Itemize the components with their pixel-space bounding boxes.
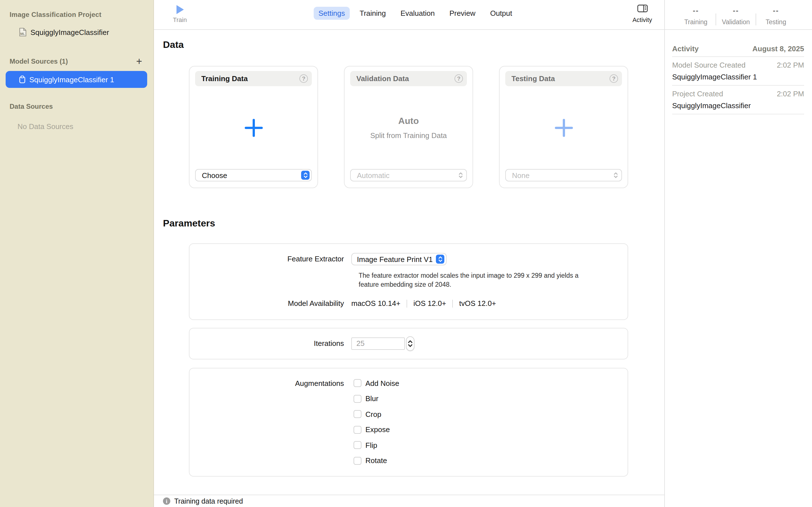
checkbox-blur[interactable]: [354, 395, 361, 403]
event-time: 2:02 PM: [777, 61, 804, 69]
svg-text:ML: ML: [20, 32, 25, 36]
tab-settings[interactable]: Settings: [313, 7, 350, 20]
availability-ios: iOS 12.0+: [413, 297, 446, 309]
training-data-title: Training Data: [201, 74, 248, 83]
checkbox-label: Crop: [365, 410, 381, 418]
feature-extractor-label: Feature Extractor: [190, 253, 344, 265]
validation-auto-label: Auto: [398, 116, 419, 126]
metrics-header: -- Training -- Validation -- Testing: [665, 0, 812, 30]
add-model-source-button[interactable]: +: [136, 57, 142, 65]
validation-data-info: Auto Split from Training Data: [350, 86, 467, 169]
augmentations-list: Add Noise Blur Crop Expose: [354, 376, 399, 468]
training-data-card-header: Training Data ?: [195, 71, 312, 86]
iterations-input[interactable]: 25: [351, 337, 405, 349]
settings-content: Data Training Data ? Choose: [154, 30, 664, 495]
augmentation-row: Blur: [354, 391, 399, 406]
testing-data-card: Testing Data ? None: [499, 66, 628, 188]
checkbox-expose[interactable]: [354, 426, 361, 434]
augmentations-box: Augmentations Add Noise Blur Crop: [189, 368, 628, 476]
augmentation-row: Crop: [354, 406, 399, 422]
divider: [672, 114, 804, 114]
metric-training-value: --: [676, 6, 716, 15]
train-button-label: Train: [167, 16, 193, 23]
testing-data-dropzone[interactable]: [505, 86, 622, 169]
feature-extractor-select[interactable]: Image Feature Print V1: [351, 253, 447, 265]
sidebar-item-project[interactable]: ML SquigglyImageClassifier: [19, 26, 148, 38]
activity-log-header: Activity August 8, 2025: [672, 45, 804, 53]
availability-macos: macOS 10.14+: [351, 297, 400, 309]
activity-panel-icon: [637, 4, 648, 12]
help-icon[interactable]: ?: [455, 74, 463, 83]
feature-extractor-box: Feature Extractor Image Feature Print V1…: [189, 243, 628, 320]
ml-document-icon: ML: [19, 27, 27, 37]
activity-event: Model Source Created 2:02 PM SquigglyIma…: [672, 61, 804, 81]
metric-training: -- Training: [676, 6, 716, 25]
training-data-dropzone[interactable]: [195, 86, 312, 169]
checkbox-add-noise[interactable]: [354, 379, 361, 387]
metric-testing: -- Testing: [756, 6, 796, 25]
stepper-chevrons-icon: [408, 339, 413, 348]
checkbox-flip[interactable]: [354, 441, 361, 449]
project-name-label: SquigglyImageClassifier: [31, 28, 109, 36]
activity-log: Activity August 8, 2025 Model Source Cre…: [665, 45, 812, 114]
event-label: Project Created: [672, 90, 723, 98]
checkbox-label: Flip: [365, 441, 377, 450]
training-data-card: Training Data ? Choose: [189, 66, 318, 188]
divider: [453, 299, 453, 307]
model-source-name: SquigglyImageClassifier 1: [29, 75, 114, 83]
checkbox-crop[interactable]: [354, 410, 361, 418]
divider: [672, 56, 804, 57]
augmentation-row: Add Noise: [354, 376, 399, 391]
parameters-section-title: Parameters: [163, 218, 664, 229]
feature-extractor-description: The feature extractor model scales the i…: [359, 272, 578, 289]
iterations-stepper[interactable]: [406, 336, 414, 351]
tab-training[interactable]: Training: [355, 7, 391, 20]
augmentation-row: Expose: [354, 422, 399, 438]
chevron-up-down-icon: [436, 255, 445, 264]
divider: [672, 85, 804, 86]
sidebar-item-model-source-selected[interactable]: SquigglyImageClassifier 1: [6, 71, 147, 88]
tab-preview[interactable]: Preview: [444, 7, 481, 20]
no-data-sources-label: No Data Sources: [17, 122, 153, 131]
activity-button[interactable]: Activity: [628, 4, 656, 23]
help-icon[interactable]: ?: [299, 74, 308, 83]
iterations-label: Iterations: [190, 337, 344, 349]
data-sources-label: Data Sources: [10, 103, 144, 110]
validation-data-card-header: Validation Data ?: [350, 71, 467, 86]
metric-validation-label: Validation: [716, 18, 756, 25]
training-data-dropdown[interactable]: Choose: [195, 169, 312, 181]
data-section-title: Data: [163, 40, 664, 51]
testing-data-card-header: Testing Data ?: [505, 71, 622, 86]
right-panel: -- Training -- Validation -- Testing Act…: [664, 0, 812, 507]
checkbox-label: Add Noise: [365, 379, 399, 388]
augmentation-row: Flip: [354, 438, 399, 453]
metric-validation-value: --: [716, 6, 756, 15]
event-name: SquigglyImageClassifier: [672, 101, 804, 110]
event-name: SquigglyImageClassifier 1: [672, 73, 804, 81]
main-area: Train Settings Training Evaluation Previ…: [154, 0, 664, 507]
checkbox-label: Blur: [365, 395, 378, 403]
feature-extractor-value: Image Feature Print V1: [357, 255, 433, 263]
metric-testing-value: --: [756, 6, 796, 15]
tab-bar: Settings Training Evaluation Preview Out…: [313, 7, 517, 20]
play-icon: [176, 5, 184, 14]
checkbox-rotate[interactable]: [354, 457, 361, 465]
testing-data-dropdown[interactable]: None: [505, 169, 622, 181]
validation-data-dropdown-value: Automatic: [357, 171, 390, 179]
iterations-box: Iterations 25: [189, 328, 628, 359]
divider: [407, 299, 407, 307]
tab-output[interactable]: Output: [485, 7, 517, 20]
validation-data-dropdown[interactable]: Automatic: [350, 169, 467, 181]
tab-evaluation[interactable]: Evaluation: [395, 7, 440, 20]
help-icon[interactable]: ?: [610, 74, 618, 83]
model-availability-values: macOS 10.14+ iOS 12.0+ tvOS 12.0+: [351, 297, 496, 309]
sidebar: Image Classification Project ML Squiggly…: [0, 0, 154, 507]
metric-testing-label: Testing: [756, 18, 796, 25]
activity-log-title: Activity: [672, 45, 699, 53]
add-testing-data-icon: [555, 119, 573, 136]
data-cards: Training Data ? Choose: [189, 66, 664, 188]
model-sources-label: Model Sources (1): [10, 57, 68, 65]
train-button[interactable]: Train: [167, 5, 193, 23]
project-section-label: Image Classification Project: [10, 11, 144, 18]
model-sources-header: Model Sources (1) +: [10, 57, 142, 65]
